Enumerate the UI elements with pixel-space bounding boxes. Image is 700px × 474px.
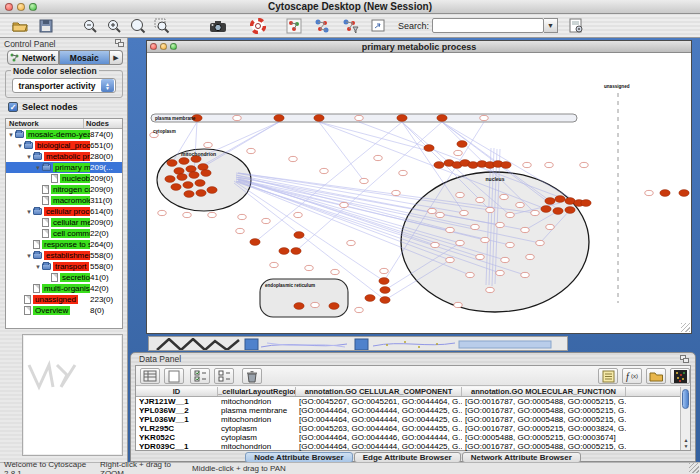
node-color-dropdown[interactable]: transporter activity ▲▼: [12, 78, 116, 93]
annotation-icon[interactable]: [368, 16, 388, 36]
tree-node-count: 209(0): [90, 184, 122, 195]
tree-node-count: 874(0): [90, 129, 122, 140]
help-lifering-icon[interactable]: [248, 16, 268, 36]
table-cell: mitochondrion: [218, 397, 296, 406]
tab-overflow-arrow[interactable]: ▶: [110, 50, 123, 65]
expand-triangle-icon[interactable]: ▼: [17, 141, 24, 151]
unselect-attributes-icon[interactable]: [214, 368, 234, 384]
tree-header[interactable]: Network Nodes: [6, 119, 122, 129]
filter-network-icon[interactable]: [340, 16, 360, 36]
main-toolbar: Search: ▼: [0, 14, 700, 38]
expand-triangle-icon[interactable]: ▼: [35, 163, 42, 173]
tree-node-count: 280(0): [90, 151, 122, 162]
tab-node-attribute-browser[interactable]: Node Attribute Browser: [245, 452, 353, 462]
network-window-titlebar[interactable]: primary metabolic process: [147, 41, 691, 53]
tree-row[interactable]: nitrogen compo209(0): [6, 184, 122, 195]
table-cell: [GO:0016787, GO:0005215, GO:0003824, G..…: [462, 424, 626, 433]
background-window-sliver[interactable]: [148, 336, 568, 351]
expand-triangle-icon[interactable]: ▼: [26, 251, 33, 261]
tree-node-count: 614(0): [90, 206, 122, 217]
tree-row[interactable]: Overview8(0): [6, 305, 122, 316]
leaf-icon: [24, 306, 31, 315]
attribute-table[interactable]: ID_cellularLayoutRegionannotation.GO CEL…: [136, 387, 682, 450]
tree-row[interactable]: nucleobase-209(0): [6, 173, 122, 184]
function-builder-icon[interactable]: f(x): [622, 368, 642, 384]
tree-row[interactable]: cell communicat22(0): [6, 228, 122, 239]
vizmapper-icon[interactable]: [312, 16, 332, 36]
import-network-icon[interactable]: [284, 16, 304, 36]
tree-row[interactable]: ▼transport558(0): [6, 261, 122, 272]
window-resize-grip[interactable]: [681, 323, 690, 332]
new-attribute-icon[interactable]: [164, 368, 184, 384]
expand-triangle-icon[interactable]: ▼: [26, 152, 33, 162]
tree-row[interactable]: ▼primary metabo209(...: [6, 162, 122, 173]
search-input[interactable]: [432, 18, 544, 33]
table-scrollbar-thumb[interactable]: [682, 389, 689, 409]
select-nodes-checkbox[interactable]: ✓: [8, 102, 18, 112]
table-column-header[interactable]: ID: [136, 387, 218, 396]
import-attributes-icon[interactable]: [646, 368, 666, 384]
zoom-in-icon[interactable]: [104, 16, 124, 36]
expand-triangle-icon[interactable]: ▼: [8, 130, 15, 140]
advanced-search-icon[interactable]: [566, 16, 586, 36]
table-row[interactable]: YPL036W__2plasma membrane[GO:0044464, GO…: [136, 406, 682, 415]
search-dropdown-button[interactable]: ▼: [544, 18, 558, 33]
control-panel-tabs: Network Mosaic ▶: [7, 50, 123, 65]
zoom-fit-icon[interactable]: [128, 16, 148, 36]
tree-row[interactable]: ▼cellular process614(0): [6, 206, 122, 217]
tab-edge-attribute-browser[interactable]: Edge Attribute Browser: [354, 452, 461, 462]
select-all-attributes-icon[interactable]: [190, 368, 210, 384]
attribute-matrix-icon[interactable]: [670, 368, 690, 384]
zoom-selected-icon[interactable]: [152, 16, 172, 36]
tree-row[interactable]: multi-organism pro42(0): [6, 283, 122, 294]
network-canvas[interactable]: plasma membranecytoplasmmitochondrionnuc…: [148, 53, 690, 333]
zoom-out-icon[interactable]: [80, 16, 100, 36]
table-row[interactable]: YPL036W__1mitochondrion[GO:0044464, GO:0…: [136, 415, 682, 424]
float-data-panel-icon[interactable]: [680, 355, 689, 363]
table-row[interactable]: YJR121W__1mitochondrion[GO:0045267, GO:0…: [136, 397, 682, 406]
table-row[interactable]: YLR295Ccytoplasm[GO:0045263, GO:0044464,…: [136, 424, 682, 433]
tree-column-network[interactable]: Network: [6, 119, 84, 128]
open-session-icon[interactable]: [10, 16, 30, 36]
table-cell: plasma membrane: [218, 406, 296, 415]
expand-triangle-icon[interactable]: ▼: [26, 207, 33, 217]
float-panel-icon[interactable]: [115, 39, 124, 47]
tree-node-count: 209(...: [90, 162, 122, 173]
tree-row[interactable]: ▼metabolic process280(0): [6, 151, 122, 162]
snapshot-camera-icon[interactable]: [208, 16, 228, 36]
tree-row[interactable]: macromolecule311(0): [6, 195, 122, 206]
attribute-grid-icon[interactable]: [140, 368, 160, 384]
table-column-header[interactable]: annotation.GO MOLECULAR_FUNCTION: [462, 387, 626, 396]
status-bar: Welcome to Cytoscape 2.8.1 Right-click +…: [0, 462, 700, 474]
table-column-header[interactable]: annotation.GO CELLULAR_COMPONENT: [296, 387, 462, 396]
table-row[interactable]: YKR052Ccytoplasm[GO:0044464, GO:0044446,…: [136, 433, 682, 442]
network-view-window[interactable]: primary metabolic process plasma membran…: [146, 40, 692, 334]
tree-node-label[interactable]: transport: [53, 262, 89, 271]
tab-mosaic[interactable]: Mosaic: [59, 50, 111, 65]
table-row[interactable]: YDR039C__1mitochondrion[GO:0044464, GO:0…: [136, 442, 682, 451]
table-scrollbar-arrows[interactable]: ▲▼: [681, 437, 691, 449]
attribute-table-header[interactable]: ID_cellularLayoutRegionannotation.GO CEL…: [136, 387, 682, 397]
tree-row[interactable]: unassigned223(0): [6, 294, 122, 305]
app-resize-grip[interactable]: [689, 463, 699, 473]
save-session-icon[interactable]: [36, 16, 56, 36]
tree-node-label[interactable]: unassigned: [33, 295, 78, 304]
tab-network-attribute-browser[interactable]: Network Attribute Browser: [462, 452, 581, 462]
delete-attribute-icon[interactable]: [242, 368, 262, 384]
tree-row[interactable]: ▼establishment of lo558(0): [6, 250, 122, 261]
tree-row[interactable]: secretion41(0): [6, 272, 122, 283]
tree-column-nodes[interactable]: Nodes: [84, 119, 122, 128]
expand-triangle-icon[interactable]: ▼: [35, 262, 42, 272]
table-cell: mitochondrion: [218, 442, 296, 451]
tree-row[interactable]: cellular metabol209(0): [6, 217, 122, 228]
table-column-header[interactable]: _cellularLayoutRegion: [218, 387, 296, 396]
tree-node-label[interactable]: mosaic-demo-yeast: [26, 130, 100, 139]
notepad-icon[interactable]: [598, 368, 618, 384]
tree-row[interactable]: ▼biological_process651(0): [6, 140, 122, 151]
tree-row[interactable]: response to stimulu264(0): [6, 239, 122, 250]
tab-network[interactable]: Network: [7, 50, 59, 65]
birdseye-view[interactable]: [22, 334, 123, 456]
tree-node-label[interactable]: Overview: [33, 306, 70, 315]
table-scrollbar[interactable]: ▲▼: [680, 387, 690, 450]
tree-row[interactable]: ▼mosaic-demo-yeast874(0): [6, 129, 122, 140]
